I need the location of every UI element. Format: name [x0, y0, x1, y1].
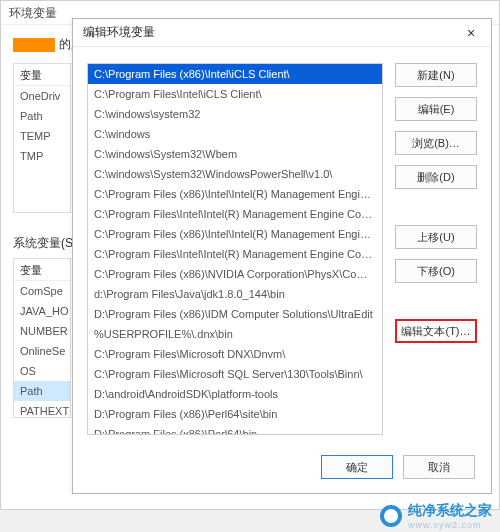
list-item[interactable]: D:\Program Files (x86)\Perl64\bin [88, 424, 382, 435]
watermark-logo-icon [380, 505, 402, 527]
list-item[interactable]: C:\Program Files (x86)\Intel\Intel(R) Ma… [88, 184, 382, 204]
list-item[interactable]: D:\Program Files (x86)\IDM Computer Solu… [88, 304, 382, 324]
list-item[interactable]: C:\Program Files\Microsoft DNX\Dnvm\ [88, 344, 382, 364]
table-row[interactable]: OnlineSe [14, 341, 70, 361]
user-vars-col-header: 变量 [14, 64, 70, 86]
table-row[interactable]: Path [14, 106, 70, 126]
dialog-body: C:\Program Files (x86)\Intel\iCLS Client… [73, 47, 491, 443]
list-item[interactable]: C:\Program Files\Microsoft SQL Server\13… [88, 364, 382, 384]
table-row[interactable]: ComSpe [14, 281, 70, 301]
path-list[interactable]: C:\Program Files (x86)\Intel\iCLS Client… [87, 63, 383, 435]
table-row[interactable]: OneDriv [14, 86, 70, 106]
list-item[interactable]: C:\Program Files\Intel\Intel(R) Manageme… [88, 244, 382, 264]
user-vars-table[interactable]: 变量 OneDriv Path TEMP TMP [13, 63, 71, 213]
edit-button[interactable]: 编辑(E) [395, 97, 477, 121]
titlebar[interactable]: 编辑环境变量 × [73, 19, 491, 47]
close-button[interactable]: × [451, 19, 491, 47]
list-item[interactable]: C:\windows\system32 [88, 104, 382, 124]
move-down-button[interactable]: 下移(O) [395, 259, 477, 283]
list-item[interactable]: C:\windows\System32\WindowsPowerShell\v1… [88, 164, 382, 184]
list-item[interactable]: d:\Program Files\Java\jdk1.8.0_144\bin [88, 284, 382, 304]
list-item[interactable]: C:\Program Files (x86)\Intel\Intel(R) Ma… [88, 224, 382, 244]
list-item[interactable]: C:\Program Files\Intel\Intel(R) Manageme… [88, 204, 382, 224]
delete-button[interactable]: 删除(D) [395, 165, 477, 189]
list-item[interactable]: D:\android\AndroidSDK\platform-tools [88, 384, 382, 404]
browse-button[interactable]: 浏览(B)… [395, 131, 477, 155]
list-item[interactable]: C:\windows [88, 124, 382, 144]
watermark: 纯净系统之家 www.xyw2.com [380, 502, 492, 530]
list-item[interactable]: %USERPROFILE%\.dnx\bin [88, 324, 382, 344]
watermark-sub: www.xyw2.com [408, 520, 492, 530]
list-item[interactable]: D:\Program Files (x86)\Perl64\site\bin [88, 404, 382, 424]
dialog-title: 编辑环境变量 [83, 24, 155, 41]
orange-accent [13, 38, 55, 52]
list-item[interactable]: C:\Program Files (x86)\NVIDIA Corporatio… [88, 264, 382, 284]
table-row[interactable]: TMP [14, 146, 70, 166]
watermark-text: 纯净系统之家 [408, 502, 492, 520]
table-row[interactable]: Path [14, 381, 70, 401]
cancel-button[interactable]: 取消 [403, 455, 475, 479]
table-row[interactable]: NUMBER [14, 321, 70, 341]
dialog-footer: 确定 取消 [321, 455, 475, 479]
edit-text-button[interactable]: 编辑文本(T)… [395, 319, 477, 343]
list-item[interactable]: C:\Program Files (x86)\Intel\iCLS Client… [88, 64, 382, 84]
system-vars-col-header: 变量 [14, 259, 70, 281]
table-row[interactable]: OS [14, 361, 70, 381]
table-row[interactable]: JAVA_HO [14, 301, 70, 321]
new-button[interactable]: 新建(N) [395, 63, 477, 87]
list-item[interactable]: C:\Program Files\Intel\iCLS Client\ [88, 84, 382, 104]
list-item[interactable]: C:\windows\System32\Wbem [88, 144, 382, 164]
table-row[interactable]: PATHEXT [14, 401, 70, 421]
move-up-button[interactable]: 上移(U) [395, 225, 477, 249]
side-buttons: 新建(N) 编辑(E) 浏览(B)… 删除(D) 上移(U) 下移(O) 编辑文… [395, 63, 477, 435]
ok-button[interactable]: 确定 [321, 455, 393, 479]
edit-env-var-dialog: 编辑环境变量 × C:\Program Files (x86)\Intel\iC… [72, 18, 492, 494]
system-vars-table[interactable]: 变量 ComSpe JAVA_HO NUMBER OnlineSe OS Pat… [13, 258, 71, 418]
table-row[interactable]: TEMP [14, 126, 70, 146]
close-icon: × [467, 25, 475, 41]
